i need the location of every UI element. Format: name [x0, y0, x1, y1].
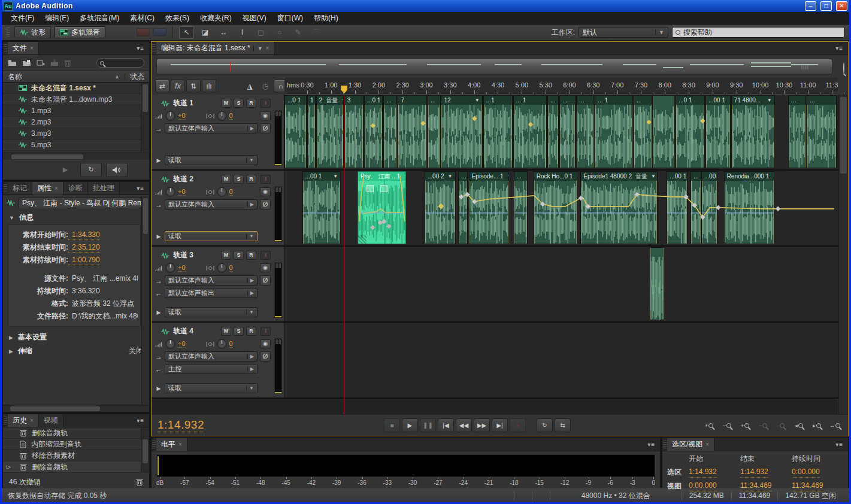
stretch-section[interactable]: ▶伸缩 关闭 [3, 344, 149, 358]
track-lane[interactable]: ...0 112音量▼3...0 1...7...12▼...1... 1...… [284, 95, 838, 169]
volume-knob[interactable] [165, 187, 175, 197]
insert-into-multitrack-icon[interactable] [50, 59, 59, 66]
tab-selection-view[interactable]: 选区/视图× [667, 438, 714, 451]
monitor-input-button[interactable]: I [261, 175, 271, 184]
volume-knob[interactable] [165, 111, 175, 121]
tracks-vscrollbar[interactable] [838, 95, 848, 414]
pan-knob[interactable] [217, 111, 227, 121]
panel-menu-icon[interactable]: ▾≡ [643, 438, 660, 451]
menu-item-7[interactable]: 窗口(W) [272, 12, 308, 24]
history-item[interactable]: 删除音频轨 [3, 427, 149, 439]
phase-button[interactable]: Ø [260, 351, 271, 362]
monitor-input-button[interactable]: I [261, 99, 271, 108]
track-effects-icon[interactable]: fx [171, 80, 185, 92]
arm-record-button[interactable]: R [246, 99, 256, 108]
tab-批处理[interactable]: 批处理 [88, 182, 120, 195]
clip-title[interactable]: Psy、 江南 ...1▼ [358, 172, 405, 181]
audio-clip[interactable]: 3 [344, 95, 364, 168]
volume-value[interactable]: +0 [178, 340, 186, 348]
track-output-select[interactable]: 默认立体声输出▶ [165, 288, 258, 298]
audio-clip[interactable]: 2音量▼ [316, 95, 344, 168]
zoom-in-left-edge-button[interactable]: ◂ [792, 420, 806, 432]
clip-title[interactable]: 7 [398, 96, 426, 105]
files-search-input[interactable] [96, 58, 144, 68]
track-routing-icon[interactable]: ⇅ [186, 80, 201, 92]
clip-title[interactable]: 12▼ [441, 96, 481, 105]
audio-clip[interactable] [650, 247, 664, 320]
history-item[interactable]: ▷ 删除音频轨 [3, 462, 149, 473]
clip-title[interactable]: Rock Ho...0 1▼ [534, 172, 577, 181]
fade-out-handle[interactable] [380, 185, 387, 192]
panel-menu-icon[interactable]: ▾≡ [831, 438, 848, 451]
audio-clip[interactable]: ... [807, 95, 837, 168]
clip-title[interactable]: ...00 2 [702, 172, 717, 181]
monitor-icon[interactable]: ◉ [260, 187, 271, 196]
phase-button[interactable]: Ø [260, 275, 271, 286]
clip-title[interactable]: ...00 1▼ [303, 172, 341, 181]
new-item-icon[interactable] [37, 59, 45, 66]
file-row[interactable]: 1.mp3 [3, 105, 149, 117]
track-name[interactable]: 轨道 2 [173, 174, 219, 184]
tab-诊断[interactable]: 诊断 [63, 182, 88, 195]
file-row[interactable]: 5.mp3 [3, 139, 149, 151]
track-name[interactable]: 轨道 4 [173, 326, 219, 336]
move-tool[interactable]: ↖ [179, 26, 194, 39]
arm-record-button[interactable]: R [246, 251, 256, 260]
clip-title[interactable]: ...0 1 [285, 96, 306, 105]
clip-title[interactable]: ... [384, 96, 396, 105]
audio-clip[interactable]: ...00 2 [701, 171, 717, 244]
audio-clip[interactable]: 12▼ [441, 95, 482, 168]
audio-clip[interactable]: 7 [398, 95, 427, 168]
monitor-icon[interactable]: ◉ [260, 263, 271, 272]
clip-title[interactable]: ... 1 [514, 96, 546, 105]
tab-标记[interactable]: 标记 [8, 182, 32, 195]
panel-menu-icon[interactable]: ▾≡ [132, 414, 149, 427]
clip-title[interactable]: Renodia...000 1▼ [725, 172, 774, 181]
zoom-out-vertical-button[interactable]: − [720, 420, 734, 432]
history-item[interactable]: 内部缩混到音轨 [3, 439, 149, 450]
skip-to-end-button[interactable]: ▶| [492, 418, 508, 432]
clip-title[interactable]: 3 [345, 96, 363, 105]
panel-menu-icon[interactable]: ▾≡ [132, 42, 149, 54]
clip-title[interactable]: ...0 1 [676, 96, 704, 105]
audio-clip[interactable]: ... [576, 95, 594, 168]
import-file-icon[interactable] [22, 59, 31, 66]
razor-tool[interactable]: ◪ [198, 26, 213, 39]
automation-mode-select[interactable]: 读取▼ [165, 307, 258, 317]
pan-knob[interactable] [217, 339, 227, 349]
clip-title[interactable]: ... [577, 96, 593, 105]
preview-play-button[interactable]: ▶ [54, 163, 76, 177]
audio-clip[interactable]: Psy、 江南 ...1▼ [358, 171, 406, 244]
audio-clip[interactable]: Episode1 48000 2音量▼ [580, 171, 657, 244]
track-input-select[interactable]: 默认立体声输入▶ [165, 275, 258, 286]
clip-title[interactable]: ... [548, 96, 558, 105]
track-input-select[interactable]: 默认立体声输入▶ [165, 123, 258, 133]
spot-healing-tool[interactable]: ⌒ [309, 26, 324, 39]
clip-title[interactable]: 1 [308, 96, 315, 105]
monitor-icon[interactable]: ◉ [260, 339, 271, 348]
clip-title[interactable]: ...0 1 [365, 96, 382, 105]
audio-clip[interactable]: 71 4800...▼ [731, 95, 775, 168]
arm-record-button[interactable]: R [246, 327, 256, 336]
audio-clip[interactable]: Episode... 1▼ [469, 171, 509, 244]
pan-value[interactable]: 0 [229, 188, 233, 196]
mute-button[interactable]: M [221, 327, 231, 336]
record-timer-icon[interactable]: ◷ [258, 80, 272, 92]
volume-knob[interactable] [165, 263, 175, 273]
menu-item-6[interactable]: 视图(V) [237, 12, 272, 24]
metronome-icon[interactable]: ◮ [243, 80, 257, 92]
audio-clip[interactable]: 1 [307, 95, 316, 168]
audio-clip[interactable]: ...1 [483, 95, 513, 168]
clip-title[interactable]: Episode... 1▼ [470, 172, 508, 181]
clip-title[interactable]: ... [634, 96, 651, 105]
solo-button[interactable]: S [234, 175, 244, 184]
automation-mode-select[interactable]: 读取▼ [165, 231, 258, 241]
phase-button[interactable]: Ø [260, 123, 271, 133]
navigate-zoom-icon[interactable] [843, 63, 844, 74]
selview-value[interactable]: 11:34.469 [792, 481, 823, 491]
zoom-to-selection-button[interactable]: ↔ [828, 420, 842, 432]
track-meters-icon[interactable]: ılı [202, 80, 216, 92]
property-value[interactable]: 1:00.790 [68, 256, 100, 265]
audio-clip[interactable]: ... [514, 171, 528, 244]
audio-clip[interactable]: ... 1 [513, 95, 547, 168]
